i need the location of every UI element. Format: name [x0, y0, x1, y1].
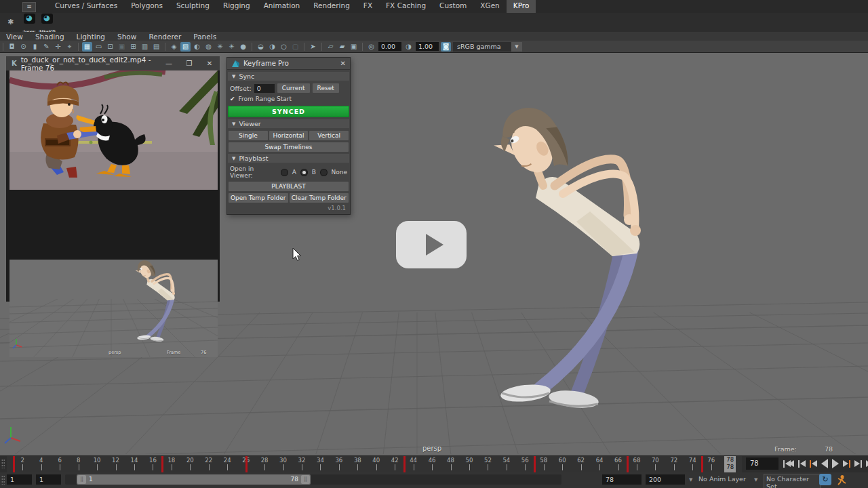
textured-icon[interactable]: ◍ — [203, 42, 214, 52]
tab-fx[interactable]: FX — [357, 0, 379, 13]
close-button[interactable]: ✕ — [199, 60, 220, 67]
shadows-icon[interactable]: ● — [238, 42, 248, 52]
resolution-gate-icon[interactable]: ⊡ — [105, 42, 115, 52]
keyframe-marker-1[interactable] — [13, 456, 15, 472]
isolate-select-icon[interactable]: ▱ — [326, 42, 336, 52]
horizontal-button[interactable]: Horizontal — [269, 131, 309, 140]
motion-blur-icon[interactable]: ◑ — [267, 42, 277, 52]
playblast-section-header[interactable]: ▼ Playblast — [228, 154, 349, 163]
maximize-button[interactable]: ❐ — [179, 60, 199, 67]
move-tool-icon[interactable]: ✛ — [53, 42, 63, 52]
playback-end-field[interactable]: 78 — [602, 474, 642, 485]
menu-show[interactable]: Show — [111, 33, 142, 41]
keyframe-pro-window[interactable]: Keyframe Pro ✕ ▼ Sync Offset: 0 Current … — [226, 57, 351, 215]
tab-polygons[interactable]: Polygons — [124, 0, 170, 13]
gate-mask-icon[interactable]: ▣ — [117, 42, 127, 52]
range-start-handle[interactable]: ⣿ — [77, 475, 86, 484]
shelf-gear-icon[interactable]: ✱ — [7, 18, 14, 26]
contrast-field[interactable]: 1.00 — [416, 42, 439, 51]
range-grip[interactable] — [1, 475, 5, 485]
film-gate-icon[interactable]: ▭ — [94, 42, 104, 52]
play-forwards-button[interactable] — [830, 458, 840, 469]
current-button[interactable]: Current — [277, 83, 310, 93]
tab-xgen[interactable]: XGen — [473, 0, 506, 13]
plate-icon[interactable]: ▢ — [290, 42, 300, 52]
timeline-ticks[interactable]: 78 78 2468101214161820222426283032343638… — [7, 456, 742, 472]
single-button[interactable]: Single — [229, 131, 268, 140]
video-window-titlebar[interactable]: K to_duck_or_not_to_duck_edit2.mp4 - Fra… — [6, 56, 220, 70]
menu-shading[interactable]: Shading — [29, 33, 71, 41]
clear-temp-folder-button[interactable]: Clear Temp Folder — [290, 193, 349, 203]
ao-icon[interactable]: ◒ — [256, 42, 266, 52]
exposure-field[interactable]: 0.00 — [378, 42, 401, 51]
field-chart-icon[interactable]: ⊞ — [128, 42, 138, 52]
keyframe-marker-67[interactable] — [627, 456, 629, 472]
safe-title-icon[interactable]: ▤ — [151, 42, 161, 52]
video-player-window[interactable]: K to_duck_or_not_to_duck_edit2.mp4 - Fra… — [5, 56, 220, 302]
anim-layer-dropdown[interactable]: No Anim Layer — [698, 475, 746, 483]
tab-sculpting[interactable]: Sculpting — [170, 0, 216, 13]
open-temp-folder-button[interactable]: Open Temp Folder — [229, 193, 288, 203]
keyframe-pro-titlebar[interactable]: Keyframe Pro ✕ — [227, 58, 350, 70]
viewer-section-header[interactable]: ▼ Viewer — [228, 119, 349, 128]
step-forward-frame-button[interactable] — [841, 458, 852, 469]
menu-view[interactable]: View — [0, 33, 29, 41]
playback-start-field[interactable]: 1 — [7, 474, 32, 485]
playblast-button[interactable]: PLAYBLAST — [229, 182, 349, 191]
keyframe-marker-57[interactable] — [534, 456, 536, 472]
play-backwards-button[interactable] — [819, 458, 829, 469]
keyframe-marker-26[interactable] — [245, 456, 248, 472]
sync-section-header[interactable]: ▼ Sync — [228, 72, 349, 81]
default-material-icon[interactable]: ◐ — [192, 42, 202, 52]
circle-icon[interactable]: ○ — [279, 42, 289, 52]
viewer-b-radio[interactable] — [300, 169, 308, 176]
viewer-a-radio[interactable] — [281, 169, 288, 176]
range-end-handle[interactable]: ⣿ — [301, 475, 310, 484]
from-range-start-checkbox[interactable]: ✔ — [230, 96, 235, 102]
range-slider-track[interactable]: ⣿ 1 78 ⣿ — [65, 474, 561, 485]
select-cursor-icon[interactable]: ➤ — [308, 42, 318, 52]
offset-field[interactable]: 0 — [254, 84, 275, 93]
chevron-down-icon[interactable]: ▼ — [511, 42, 522, 52]
current-frame-field[interactable]: 78 — [746, 458, 778, 470]
lights-icon[interactable]: ☀ — [226, 42, 237, 52]
animation-preferences-icon[interactable] — [836, 474, 847, 486]
video-play-button[interactable] — [396, 221, 467, 268]
close-icon[interactable]: ✕ — [340, 60, 346, 67]
tab-kpro[interactable]: KPro — [507, 0, 536, 13]
step-back-frame-button[interactable] — [808, 458, 818, 469]
current-frame-indicator[interactable]: 78 78 — [724, 456, 736, 472]
shaded-cube-icon[interactable]: ▧ — [180, 42, 191, 52]
pencil-icon[interactable]: ✎ — [41, 42, 52, 52]
grid-icon[interactable]: ▦ — [82, 42, 92, 52]
menu-renderer[interactable]: Renderer — [142, 33, 187, 41]
swap-timelines-button[interactable]: Swap Timelines — [229, 142, 349, 152]
viewer-none-radio[interactable] — [320, 169, 328, 176]
animation-start-field[interactable]: 1 — [36, 474, 61, 485]
image-plane-icon[interactable]: ▣ — [349, 42, 359, 52]
gamma-icon[interactable]: ◙ — [441, 42, 451, 52]
contrast-icon[interactable]: ◑ — [403, 42, 414, 52]
isolate-view-icon[interactable]: ▰ — [337, 42, 347, 52]
go-to-end-button[interactable] — [864, 458, 868, 469]
step-back-key-button[interactable] — [796, 458, 807, 469]
minimize-button[interactable]: — — [159, 60, 179, 67]
step-forward-key-button[interactable] — [852, 458, 863, 469]
tab-rendering[interactable]: Rendering — [307, 0, 357, 13]
tab-custom[interactable]: Custom — [433, 0, 473, 13]
tab-rigging[interactable]: Rigging — [216, 0, 257, 13]
menu-panels[interactable]: Panels — [187, 33, 222, 41]
bookmark-icon[interactable]: ▮ — [30, 42, 40, 52]
safe-action-icon[interactable]: ▥ — [140, 42, 150, 52]
draw-tool-icon[interactable]: ⌖ — [64, 42, 75, 52]
menu-lighting[interactable]: Lighting — [71, 33, 111, 41]
tab-fx-caching[interactable]: FX Caching — [379, 0, 433, 13]
tab-animation[interactable]: Animation — [257, 0, 307, 13]
synced-button[interactable]: SYNCED — [228, 106, 349, 117]
camera-attrs-icon[interactable]: ⊙ — [18, 42, 28, 52]
chevron-down-icon[interactable]: ▼ — [689, 477, 692, 483]
keyframe-marker-17[interactable] — [161, 456, 163, 472]
wireframe-icon[interactable]: ✳ — [215, 42, 225, 52]
tab-curves-surfaces[interactable]: Curves / Surfaces — [48, 0, 124, 13]
gamma-dropdown[interactable]: sRGB gamma ▼ — [453, 42, 522, 52]
